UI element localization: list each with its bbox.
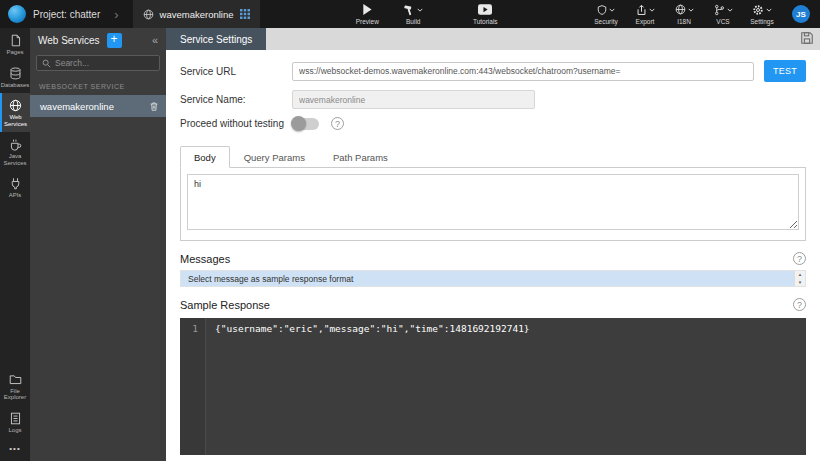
scroll-down-icon[interactable]: ▼ (798, 280, 802, 285)
topbar: Project: chatter › wavemakeronline Previ… (0, 0, 820, 28)
hammer-icon (403, 4, 415, 16)
messages-header: Messages ? (180, 252, 806, 265)
gear-icon (752, 4, 764, 16)
main-area: Service Settings Service URL TEST Servic… (166, 28, 820, 461)
service-url-input[interactable] (292, 62, 754, 81)
message-body-textarea[interactable]: hi (187, 174, 799, 230)
build-button[interactable]: Build (400, 4, 426, 25)
sidebar-item-label: Logs (8, 427, 21, 434)
chevron-right-icon: › (114, 7, 118, 22)
settings-label: Settings (750, 18, 774, 25)
plug-icon (9, 177, 22, 190)
wavemaker-logo-icon[interactable] (8, 5, 26, 23)
sidebar-item-pages[interactable]: Pages (0, 28, 30, 61)
delete-service-icon[interactable] (149, 101, 159, 112)
vcs-button[interactable]: VCS (710, 4, 736, 25)
main-tabbar: Service Settings (166, 28, 820, 50)
collapse-panel-button[interactable]: « (148, 34, 162, 46)
sidebar-item-databases[interactable]: Databases (0, 61, 30, 94)
shield-icon (597, 4, 607, 16)
sidebar-item-web-services[interactable]: Web Services (0, 93, 30, 132)
websocket-section-label: WEBSOCKET SERVICE (30, 75, 166, 95)
toggle-knob (291, 116, 306, 131)
tutorials-button[interactable]: Tutorials (472, 4, 498, 25)
topbar-center: Preview Build Tutorials (260, 0, 593, 28)
chevron-down-icon (766, 8, 772, 12)
proceed-label: Proceed without testing (180, 118, 292, 129)
add-service-button[interactable]: + (107, 33, 122, 48)
proceed-toggle[interactable] (292, 118, 319, 130)
ide-body: Pages Databases Web Services Java Servic… (0, 28, 820, 461)
page-icon (9, 34, 22, 47)
security-label: Security (594, 18, 617, 25)
service-item-label: wavemakeronline (40, 101, 114, 112)
messages-help-icon[interactable]: ? (793, 252, 806, 265)
export-button[interactable]: Export (632, 4, 658, 25)
service-name-label: Service Name: (180, 94, 292, 105)
tab-query-params[interactable]: Query Params (230, 146, 319, 168)
security-button[interactable]: Security (593, 4, 619, 25)
log-file-icon (9, 412, 22, 425)
grid-menu-icon[interactable] (240, 9, 250, 19)
coffee-cup-icon (9, 138, 22, 151)
sidebar-item-apis[interactable]: APIs (0, 171, 30, 204)
export-label: Export (636, 18, 655, 25)
chevron-down-icon (727, 8, 733, 12)
tutorials-label: Tutorials (473, 18, 498, 25)
message-list-item[interactable]: Select message as sample response format (181, 271, 794, 286)
preview-label: Preview (356, 18, 379, 25)
globe-icon (143, 9, 154, 20)
chevron-down-icon (688, 8, 694, 12)
preview-button[interactable]: Preview (354, 4, 380, 25)
topbar-left: Project: chatter › wavemakeronline (0, 0, 260, 28)
i18n-button[interactable]: I18N (671, 4, 697, 25)
param-tabs: Body Query Params Path Params (180, 146, 806, 168)
service-url-label: Service URL (180, 66, 292, 77)
sidebar-item-logs[interactable]: Logs (0, 406, 30, 439)
service-list-item[interactable]: wavemakeronline (30, 95, 166, 117)
export-icon (636, 4, 647, 16)
sidebar-item-java-services[interactable]: Java Services (0, 132, 30, 171)
vcs-label: VCS (716, 18, 729, 25)
scroll-up-icon[interactable]: ▲ (798, 272, 802, 277)
test-button[interactable]: TEST (764, 60, 806, 82)
service-tab-label: wavemakeronline (160, 9, 234, 20)
service-name-input (292, 90, 535, 109)
play-icon (362, 4, 372, 15)
user-avatar[interactable]: JS (792, 5, 810, 23)
sample-response-help-icon[interactable]: ? (793, 298, 806, 311)
tab-path-params[interactable]: Path Params (319, 146, 402, 168)
sidebar-item-label: Java Services (1, 153, 29, 166)
code-content[interactable]: {"username":"eric","message":"hi","time"… (206, 318, 806, 455)
line-number-gutter: 1 (180, 318, 206, 455)
save-icon[interactable] (800, 31, 814, 45)
tab-body[interactable]: Body (180, 146, 230, 168)
sample-response-editor[interactable]: 1 {"username":"eric","message":"hi","tim… (180, 318, 806, 455)
chevron-down-icon (417, 8, 423, 12)
wavemaker-ide: Project: chatter › wavemakeronline Previ… (0, 0, 820, 461)
project-label: Project: chatter (33, 9, 100, 20)
service-search[interactable] (36, 55, 160, 71)
chevron-down-icon (609, 8, 615, 12)
video-icon (478, 4, 492, 15)
messages-list: Select message as sample response format… (180, 270, 806, 287)
sample-response-header: Sample Response ? (180, 298, 806, 311)
proceed-help-icon[interactable]: ? (331, 117, 344, 130)
search-icon (42, 59, 51, 68)
globe-icon (675, 4, 686, 15)
service-tab[interactable]: wavemakeronline (133, 0, 260, 28)
more-options-icon[interactable]: ••• (9, 438, 20, 461)
branch-icon (714, 4, 725, 16)
messages-scrollbar[interactable]: ▲ ▼ (794, 271, 805, 286)
tab-service-settings[interactable]: Service Settings (166, 28, 266, 50)
proceed-row: Proceed without testing ? (180, 117, 806, 130)
search-input[interactable] (55, 58, 154, 68)
service-name-row: Service Name: (180, 90, 806, 109)
sidebar-item-label: Databases (1, 82, 30, 89)
settings-button[interactable]: Settings (749, 4, 775, 25)
build-label: Build (406, 18, 420, 25)
folder-icon (9, 373, 22, 386)
sidebar-item-label: Pages (6, 49, 23, 56)
sidebar-item-file-explorer[interactable]: File Explorer (0, 367, 30, 406)
i18n-label: I18N (677, 18, 691, 25)
